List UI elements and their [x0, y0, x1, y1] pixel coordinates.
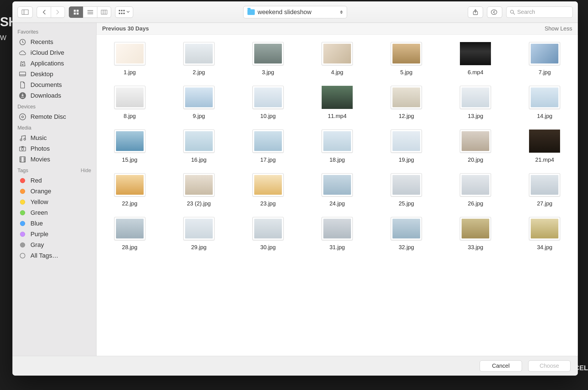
share-button[interactable]: [468, 6, 483, 18]
file-item[interactable]: 27.jpg: [525, 173, 564, 207]
tag-dot-icon: [19, 231, 27, 238]
video-thumbnail: [460, 42, 491, 65]
applications-icon: [19, 60, 27, 67]
image-thumbnail: [322, 42, 353, 65]
sidebar-item-music[interactable]: Music: [12, 133, 96, 143]
sidebar-item-blue[interactable]: Blue: [12, 218, 96, 229]
file-grid: 1.jpg2.jpg3.jpg4.jpg5.jpg6.mp47.jpg8.jpg…: [108, 42, 567, 251]
file-name: 32.jpg: [399, 244, 414, 251]
file-item[interactable]: 5.jpg: [387, 42, 426, 76]
show-less-button[interactable]: Show Less: [545, 25, 572, 32]
file-item[interactable]: 26.jpg: [456, 173, 495, 207]
file-name: 18.jpg: [330, 157, 345, 163]
file-item[interactable]: 3.jpg: [248, 42, 288, 76]
file-item[interactable]: 2.jpg: [179, 42, 219, 76]
file-item[interactable]: 16.jpg: [179, 130, 219, 163]
sidebar-item-photos[interactable]: Photos: [12, 143, 96, 154]
sidebar-item-all[interactable]: All Tags…: [12, 250, 96, 261]
image-thumbnail: [114, 42, 145, 65]
choose-button[interactable]: Choose: [528, 360, 571, 372]
file-item[interactable]: 22.jpg: [110, 173, 150, 207]
file-item[interactable]: 11.mp4: [317, 86, 357, 119]
sidebar-item-red[interactable]: Red: [12, 175, 96, 186]
sidebar-item-label: Downloads: [30, 92, 61, 99]
path-popup-button[interactable]: weekend slideshow: [243, 6, 347, 18]
sidebar-toggle-button[interactable]: [17, 6, 33, 18]
file-name: 21.mp4: [535, 157, 554, 163]
file-item[interactable]: 24.jpg: [317, 173, 357, 207]
image-thumbnail: [114, 173, 145, 196]
file-item[interactable]: 31.jpg: [317, 217, 357, 251]
folder-icon: [247, 9, 255, 15]
search-field[interactable]: Search: [506, 6, 573, 18]
file-item[interactable]: 30.jpg: [248, 217, 288, 251]
file-item[interactable]: 23 (2).jpg: [179, 173, 219, 207]
file-name: 5.jpg: [400, 69, 412, 76]
sidebar-item-yellow[interactable]: Yellow: [12, 197, 96, 207]
file-item[interactable]: 9.jpg: [179, 86, 219, 119]
sidebar-item-movies[interactable]: Movies: [12, 154, 96, 165]
file-name: 23 (2).jpg: [187, 200, 211, 207]
file-name: 1.jpg: [124, 69, 136, 76]
search-icon: [510, 10, 515, 15]
sidebar-header-devices: Devices: [12, 101, 96, 111]
file-item[interactable]: 32.jpg: [387, 217, 426, 251]
section-title: Previous 30 Days: [102, 25, 149, 32]
image-thumbnail: [391, 42, 422, 65]
tags-hide-button[interactable]: Hide: [81, 168, 91, 174]
icon-view-button[interactable]: [69, 6, 83, 18]
file-item[interactable]: 1.jpg: [110, 42, 150, 76]
file-item[interactable]: 21.mp4: [525, 130, 564, 163]
sidebar-item-desktop[interactable]: Desktop: [12, 69, 96, 80]
tag-dot-icon: [19, 242, 27, 248]
sidebar-item-applications[interactable]: Applications: [12, 58, 96, 69]
file-grid-scroll[interactable]: 1.jpg2.jpg3.jpg4.jpg5.jpg6.mp47.jpg8.jpg…: [96, 35, 578, 356]
cancel-button[interactable]: Cancel: [480, 360, 522, 372]
file-name: 33.jpg: [468, 244, 483, 251]
file-item[interactable]: 17.jpg: [248, 130, 288, 163]
sidebar-item-downloads[interactable]: Downloads: [12, 90, 96, 101]
recents-icon: [19, 39, 27, 45]
image-thumbnail: [391, 86, 422, 109]
back-button[interactable]: [37, 6, 51, 18]
sidebar-item-green[interactable]: Green: [12, 207, 96, 218]
sidebar-item-documents[interactable]: Documents: [12, 80, 96, 90]
forward-button[interactable]: [51, 6, 65, 18]
tag-dot-icon: [19, 177, 27, 184]
sidebar-item-icloud[interactable]: iCloud Drive: [12, 47, 96, 58]
file-item[interactable]: 29.jpg: [179, 217, 219, 251]
svg-rect-14: [123, 10, 125, 11]
tag-dot-icon: [19, 220, 27, 227]
search-placeholder: Search: [517, 9, 535, 15]
sidebar-item-purple[interactable]: Purple: [12, 229, 96, 240]
group-by-button[interactable]: [115, 6, 133, 18]
sidebar-item-remote-disc[interactable]: Remote Disc: [12, 111, 96, 122]
file-item[interactable]: 15.jpg: [110, 130, 150, 163]
list-view-button[interactable]: [83, 6, 97, 18]
file-item[interactable]: 33.jpg: [456, 217, 495, 251]
file-item[interactable]: 4.jpg: [317, 42, 357, 76]
file-item[interactable]: 34.jpg: [525, 217, 564, 251]
file-item[interactable]: 28.jpg: [110, 217, 150, 251]
sidebar-item-recents[interactable]: Recents: [12, 37, 96, 47]
file-name: 16.jpg: [191, 157, 207, 163]
file-item[interactable]: 19.jpg: [387, 130, 426, 163]
file-item[interactable]: 6.mp4: [456, 42, 495, 76]
file-name: 30.jpg: [260, 244, 276, 251]
file-item[interactable]: 12.jpg: [387, 86, 426, 119]
sidebar-item-orange[interactable]: Orange: [12, 186, 96, 197]
file-item[interactable]: 7.jpg: [525, 42, 564, 76]
file-item[interactable]: 14.jpg: [525, 86, 564, 119]
file-name: 10.jpg: [260, 113, 276, 119]
file-item[interactable]: 8.jpg: [110, 86, 150, 119]
column-view-button[interactable]: [97, 6, 111, 18]
file-item[interactable]: 18.jpg: [317, 130, 357, 163]
file-item[interactable]: 13.jpg: [456, 86, 495, 119]
tags-button[interactable]: [487, 6, 502, 18]
sidebar-item-gray[interactable]: Gray: [12, 240, 96, 250]
file-item[interactable]: 23.jpg: [248, 173, 288, 207]
sidebar[interactable]: Favorites RecentsiCloud DriveApplication…: [12, 23, 96, 356]
file-item[interactable]: 25.jpg: [387, 173, 426, 207]
file-item[interactable]: 10.jpg: [248, 86, 288, 119]
file-item[interactable]: 20.jpg: [456, 130, 495, 163]
